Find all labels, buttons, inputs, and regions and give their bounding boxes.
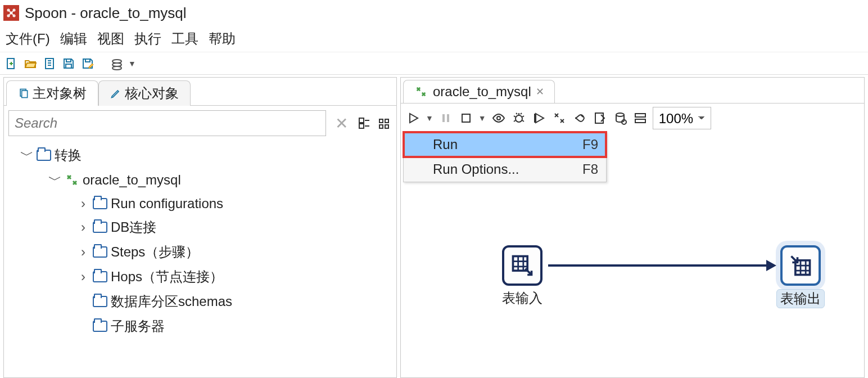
tree-root-label: 转换 [55,146,82,164]
objects-icon[interactable] [109,56,125,71]
verify-icon[interactable] [551,110,567,126]
stop-dropdown-caret-icon[interactable]: ▼ [478,114,486,123]
tab-main-tree[interactable]: 主对象树 [6,80,98,106]
canvas-toolbar: ▼ ▼ [401,104,864,133]
folder-icon [93,222,107,233]
editor-tab-label: oracle_to_mysql [433,84,531,100]
chevron-right-icon[interactable]: › [77,244,89,260]
explore-repo-icon[interactable] [42,56,57,71]
run-button[interactable] [405,110,421,126]
folder-icon [93,198,107,209]
search-input[interactable] [8,110,326,136]
chevron-down-icon[interactable]: ﹀ [21,146,33,164]
tree-item-label: 子服务器 [111,317,165,335]
run-popup-menu: Run F9 Run Options... F8 [403,132,607,182]
impact-icon[interactable] [572,110,587,126]
tree-item-hops[interactable]: › Hops（节点连接） [4,264,396,289]
table-input-icon [502,245,542,286]
collapse-all-icon[interactable] [377,116,392,130]
tab-core-objects[interactable]: 核心对象 [98,80,191,106]
svg-rect-14 [22,91,28,98]
svg-point-12 [112,66,121,70]
tree-item-label: Run configurations [111,196,223,212]
svg-rect-19 [379,125,383,128]
tree-item-db-connections[interactable]: › DB连接 [4,215,396,240]
close-tab-icon[interactable]: ✕ [536,86,544,98]
menu-item-run-options-shortcut: F8 [582,161,598,177]
table-output-icon [780,245,821,286]
pause-button[interactable] [438,110,454,126]
open-file-icon[interactable] [22,56,38,71]
tree-item-label: Steps（步骤） [111,243,199,261]
step-table-output-label: 表输出 [776,289,825,308]
svg-rect-29 [635,114,645,117]
docs-icon [18,88,29,99]
tree-item-label: Hops（节点连接） [111,268,223,286]
menu-edit[interactable]: 编辑 [58,29,89,49]
replay-icon[interactable] [531,110,547,126]
show-results-icon[interactable] [632,110,648,126]
run-dropdown-caret-icon[interactable]: ▼ [426,114,433,123]
menu-run[interactable]: 执行 [132,29,164,49]
editor-tab[interactable]: oracle_to_mysql ✕ [403,80,555,103]
menu-item-run[interactable]: Run F9 [404,132,606,157]
menu-item-run-label: Run [433,137,458,152]
tree-item-slave-servers[interactable]: › 子服务器 [4,314,396,339]
tree-root-transformations[interactable]: ﹀ 转换 [4,143,396,168]
menu-item-run-shortcut: F9 [582,137,598,152]
folder-icon [93,271,107,282]
svg-rect-9 [85,59,90,62]
chevron-down-icon[interactable]: ﹀ [49,171,61,189]
zoom-select[interactable]: 100% [653,107,711,129]
save-icon[interactable] [61,56,76,71]
svg-rect-26 [595,113,603,123]
tree-item-label: 数据库分区schemas [111,292,232,310]
expand-all-icon[interactable] [357,116,372,130]
tree-item-label: DB连接 [111,218,156,236]
menubar: 文件(F) 编辑 视图 执行 工具 帮助 [0,26,868,52]
tab-main-tree-label: 主对象树 [33,84,87,102]
svg-rect-17 [379,119,383,123]
pencil-icon [110,88,121,99]
tree-transformation[interactable]: ﹀ oracle_to_mysql [4,168,396,192]
hop-arrow-head-icon [766,260,776,271]
menu-help[interactable]: 帮助 [206,29,238,49]
svg-point-25 [516,115,522,122]
sql-icon[interactable] [592,110,608,126]
svg-rect-20 [385,125,388,128]
svg-rect-7 [66,59,71,62]
hop-arrow[interactable] [548,264,767,267]
database-explorer-icon[interactable] [612,110,628,126]
menu-file[interactable]: 文件(F) [3,29,52,49]
tree-item-steps[interactable]: › Steps（步骤） [4,240,396,264]
step-table-input-label: 表输入 [502,289,542,307]
svg-rect-31 [513,256,528,271]
transformation-icon [65,173,79,187]
tree-transformation-label: oracle_to_mysql [83,172,181,188]
menu-view[interactable]: 视图 [95,29,126,49]
chevron-right-icon[interactable]: › [77,269,89,285]
chevron-right-icon[interactable]: › [77,196,89,212]
step-table-output[interactable]: 表输出 [776,245,825,308]
menu-item-run-options[interactable]: Run Options... F8 [404,157,606,182]
new-file-icon[interactable] [3,56,19,71]
app-icon [3,5,19,21]
objects-dropdown-caret-icon[interactable]: ▼ [128,59,136,68]
folder-icon [37,150,51,161]
save-as-icon[interactable] [80,56,96,71]
tree-item-run-configurations[interactable]: › Run configurations [4,192,396,215]
stop-button[interactable] [458,110,474,126]
step-table-input[interactable]: 表输入 [502,245,542,307]
svg-point-27 [616,113,624,116]
svg-rect-30 [635,119,645,123]
svg-rect-18 [385,119,388,123]
svg-rect-23 [462,114,470,122]
clear-search-icon[interactable]: ✕ [332,114,351,133]
chevron-right-icon[interactable]: › [77,219,89,235]
menu-item-run-options-label: Run Options... [433,161,519,177]
folder-icon [93,296,107,307]
debug-icon[interactable] [511,110,527,126]
menu-tools[interactable]: 工具 [169,29,201,49]
preview-icon[interactable] [491,110,507,126]
tree-item-partition-schemas[interactable]: › 数据库分区schemas [4,289,396,314]
